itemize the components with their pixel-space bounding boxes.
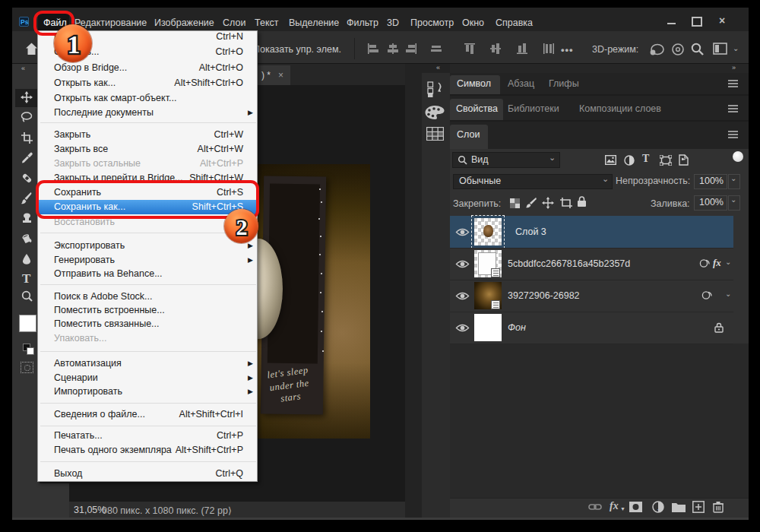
svg-text:2: 2 [236,214,248,239]
svg-text:1: 1 [68,30,81,59]
